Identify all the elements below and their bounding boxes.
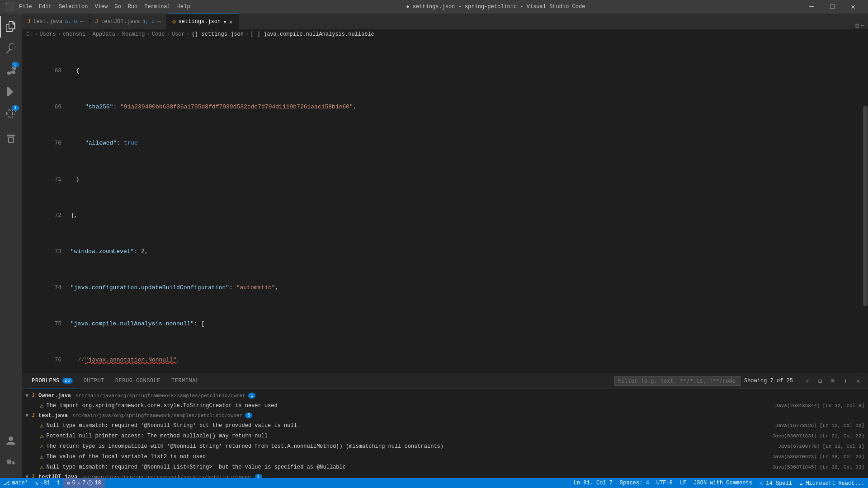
tab-debug-console[interactable]: DEBUG CONSOLE — [110, 373, 166, 389]
breadcrumb-user[interactable]: chenshi — [63, 31, 85, 38]
activity-testing[interactable] — [0, 128, 22, 150]
filter-icon[interactable]: ⚡ — [802, 375, 813, 386]
status-spell[interactable]: △ 14 Spell — [756, 478, 796, 488]
menu-edit[interactable]: Edit — [39, 4, 52, 10]
owner-group-header[interactable]: ▼ J Owner.java src/main/java/org/springf… — [22, 391, 868, 400]
code-line-72: 72 ], — [47, 211, 862, 220]
error-icon: ⊗ — [67, 480, 70, 487]
tab-settings-json[interactable]: ⚙ settings.json ● ✕ — [167, 14, 238, 29]
minimize-button[interactable]: — — [801, 0, 822, 14]
activity-search[interactable] — [0, 38, 22, 59]
problem-location-test-3: [Ln 32, Col 3] — [823, 444, 864, 449]
status-encoding[interactable]: UTF-8 — [653, 478, 676, 488]
problem-item-test-4[interactable]: ⚠ The value of the local variable list2 … — [22, 451, 868, 462]
status-right-items: Ln 81, Col 7 Spaces: 4 UTF-8 LF JSON wit… — [570, 478, 868, 488]
status-eol[interactable]: LF — [676, 478, 690, 488]
more-panel-actions-icon[interactable]: ≡ — [827, 375, 838, 386]
problem-text-test-5: Null type mismatch: required '@Nonnull L… — [46, 464, 769, 470]
status-branch[interactable]: ⎇ main* — [0, 478, 32, 488]
tab-test-java[interactable]: J test.java 5, U ⋯ — [22, 14, 90, 29]
problem-text-test-4: The value of the local variable list2 is… — [46, 454, 769, 460]
breadcrumb-settings[interactable]: {} settings.json — [192, 31, 244, 38]
testjdt-group-header[interactable]: ▼ J testJDT.java src/main/java/org/sprin… — [22, 472, 868, 479]
code-line-74: 74 "java.configuration.updateBuildConfig… — [47, 283, 862, 292]
activity-explorer[interactable] — [0, 16, 22, 38]
menu-run[interactable]: Run — [128, 4, 138, 10]
breadcrumb-nullable[interactable]: [ ] java.compile.nullAnalysis.nullable — [250, 31, 374, 38]
more-actions-icon[interactable]: ⋯ — [861, 22, 864, 29]
test-filename: test.java — [38, 413, 68, 419]
status-spaces[interactable]: Spaces: 4 — [616, 478, 653, 488]
problem-location-test-2: [Ln 21, Col 22] — [820, 433, 864, 439]
tab-close-icon[interactable]: ⋯ — [80, 18, 83, 25]
tab-testjdt-java[interactable]: J testJDT.java 1, U ⋯ — [90, 14, 167, 29]
status-language[interactable]: JSON with Comments — [690, 478, 756, 488]
problem-item-test-5[interactable]: ⚠ Null type mismatch: required '@Nonnull… — [22, 462, 868, 472]
breadcrumb-appdata[interactable]: AppData — [92, 31, 115, 38]
problem-item-test-1[interactable]: ⚠ Null type mismatch: required '@Nonnull… — [22, 420, 868, 431]
menu-go[interactable]: Go — [114, 4, 121, 10]
close-panel-icon[interactable]: ✕ — [853, 375, 863, 386]
code-line-70: 70 "allowed": true — [47, 139, 862, 148]
tab-output[interactable]: OUTPUT — [78, 373, 110, 389]
tab-terminal[interactable]: TERMINAL — [166, 373, 205, 389]
owner-badge: 1 — [248, 393, 255, 399]
problem-item-test-2[interactable]: ⚠ Potential null pointer access: The met… — [22, 431, 868, 441]
activity-run[interactable] — [0, 81, 22, 103]
menu-view[interactable]: View — [94, 4, 108, 10]
tab-problems[interactable]: PROBLEMS 25 — [26, 373, 78, 389]
breadcrumb-roaming[interactable]: Roaming — [122, 31, 145, 38]
menu-bar[interactable]: File Edit Selection View Go Run Terminal… — [19, 4, 190, 10]
problem-code-test-1: Java(16778126) — [775, 423, 817, 428]
scrollbar-track[interactable] — [862, 39, 868, 373]
window-controls[interactable]: — □ ✕ — [801, 0, 863, 14]
menu-file[interactable]: File — [19, 4, 32, 10]
split-editor-icon[interactable]: ⧉ — [855, 23, 859, 29]
filter-input[interactable] — [614, 376, 741, 386]
problem-text-test-3: The return type is incompatible with '@N… — [46, 443, 775, 450]
problem-location-test-5: [Ln 38, Col 33] — [820, 465, 864, 470]
problems-list: ▼ J Owner.java src/main/java/org/springf… — [22, 389, 868, 479]
warning-icon-test-1: ⚠ — [40, 422, 43, 429]
status-line-col[interactable]: Ln 81, Col 7 — [570, 478, 616, 488]
code-line-68: 68 { — [47, 66, 862, 75]
code-line-73: 73 "window.zoomLevel": 2, — [47, 247, 862, 256]
breadcrumb-code[interactable]: Code — [152, 31, 165, 38]
panel-maximize-icon[interactable]: ⬆ — [840, 375, 851, 386]
problem-text-test-1: Null type mismatch: required '@Nonnull S… — [46, 422, 772, 429]
close-button[interactable]: ✕ — [843, 0, 863, 14]
activity-account[interactable] — [0, 430, 22, 452]
chevron-down-icon-test: ▼ — [25, 413, 28, 419]
problem-item-owner-1[interactable]: ⚠ The import org.springframework.core.st… — [22, 400, 868, 411]
activity-settings[interactable] — [0, 453, 22, 474]
line-col-text: Ln 81, Col 7 — [574, 480, 613, 486]
chevron-down-icon: ▼ — [25, 393, 28, 399]
warning-icon-status: △ — [77, 480, 80, 487]
activity-extensions[interactable]: 1 — [0, 103, 22, 124]
status-sync[interactable]: ↻ ↓81 ↑1 — [32, 478, 63, 488]
collapse-all-icon[interactable]: ⊟ — [815, 375, 826, 386]
status-errors[interactable]: ⊗ 0 △ 7 ⓘ 18 — [63, 478, 104, 488]
java-file-icon-owner: J — [31, 392, 35, 399]
java-file-icon2: J — [95, 19, 98, 25]
maximize-button[interactable]: □ — [822, 0, 843, 14]
breadcrumb-drive[interactable]: C: — [26, 31, 33, 38]
scrollbar-thumb[interactable] — [863, 106, 868, 306]
activity-source-control[interactable]: 5 — [0, 59, 22, 81]
test-badge: 5 — [245, 413, 252, 418]
test-group-header[interactable]: ▼ J test.java src/main/java/org/springfr… — [22, 411, 868, 420]
tab-modified-dot: ● — [223, 19, 226, 24]
status-remote[interactable]: ☁ Microsoft React... — [796, 478, 868, 488]
owner-filepath: src/main/java/org/springframework/sample… — [75, 393, 245, 399]
window-title: ● settings.json - spring-petclinic - Vis… — [195, 4, 797, 10]
tab-close-icon2[interactable]: ⋯ — [157, 18, 161, 25]
menu-selection[interactable]: Selection — [59, 4, 88, 10]
breadcrumb-users[interactable]: Users — [40, 31, 56, 38]
tab-badge2: 1, U — [142, 19, 154, 24]
breadcrumb-code-user[interactable]: User — [172, 31, 185, 38]
statusbar: ⎇ main* ↻ ↓81 ↑1 ⊗ 0 △ 7 ⓘ 18 Ln 81, Col… — [0, 478, 868, 488]
tab-close-icon3[interactable]: ✕ — [229, 18, 232, 26]
menu-terminal[interactable]: Terminal — [144, 4, 170, 10]
problem-item-test-3[interactable]: ⚠ The return type is incompatible with '… — [22, 441, 868, 451]
menu-help[interactable]: Help — [177, 4, 190, 10]
